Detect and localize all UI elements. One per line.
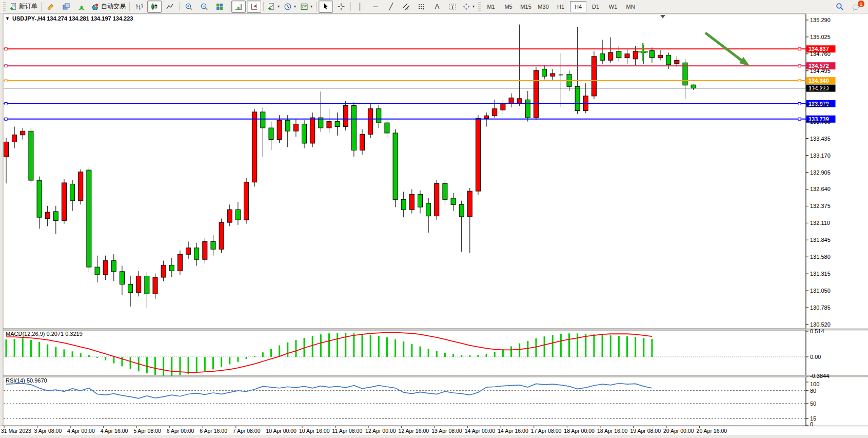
price-axis-label: 133.700 [810, 119, 831, 125]
channel-button[interactable]: E [399, 1, 413, 13]
chat-button[interactable]: 1 [848, 1, 864, 13]
timeframe-m5-button[interactable]: M5 [500, 1, 517, 12]
styler-button[interactable] [44, 1, 58, 13]
macd-axis-label: -0.3844 [810, 373, 829, 379]
candle-body [534, 70, 538, 118]
templates-button[interactable]: ▾ [299, 1, 314, 13]
candle-body [302, 124, 307, 143]
price-axis-label: 132.375 [810, 203, 831, 209]
cursor-button[interactable] [319, 1, 333, 13]
hline-button[interactable]: ─ [368, 1, 383, 13]
autotrade-button[interactable]: 自动交易 [90, 1, 127, 13]
time-axis-label: 7 Apr 08:00 [233, 428, 261, 434]
time-axis-label: 17 Apr 08:00 [531, 428, 562, 434]
fibo-button[interactable]: F [415, 1, 429, 13]
crosshair-icon [337, 3, 345, 11]
shift-icon [250, 3, 258, 11]
candle-chart-button[interactable] [147, 1, 162, 13]
line-handle[interactable] [798, 102, 801, 105]
line-handle[interactable] [798, 65, 801, 67]
pane-splitter[interactable] [3, 329, 868, 330]
candle-body [203, 241, 207, 259]
label-button[interactable]: T [445, 1, 460, 13]
time-axis-label: 20 Apr 16:00 [697, 428, 727, 434]
timeframe-h4-button[interactable]: H4 [570, 1, 586, 12]
trendline-button[interactable]: ╱ [384, 1, 398, 13]
candle-body [666, 55, 671, 65]
line-chart-button[interactable] [163, 1, 177, 13]
periods-button[interactable]: ▾ [282, 1, 298, 13]
label-icon: T [448, 3, 457, 11]
candle-body [525, 100, 530, 118]
text-button[interactable]: A [430, 1, 444, 13]
timeframe-h1-button[interactable]: H1 [553, 1, 569, 12]
line-handle[interactable] [5, 118, 7, 120]
candle-body [12, 135, 17, 142]
time-axis-label: 6 Apr 16:00 [200, 428, 227, 434]
profiles-icon [62, 3, 70, 11]
search-button[interactable] [833, 1, 847, 13]
price-axis-label: 130.520 [810, 321, 831, 328]
line-handle[interactable] [798, 80, 801, 82]
autoscroll-button[interactable] [231, 1, 246, 13]
line-handle[interactable] [798, 48, 801, 50]
line-handle[interactable] [798, 118, 801, 120]
candles-icon [150, 3, 159, 11]
chart-shift-button[interactable] [247, 1, 261, 13]
vline-button-glyph: │ [358, 3, 362, 11]
timeframe-m30-button[interactable]: M30 [535, 1, 551, 12]
svg-text:E: E [407, 7, 410, 10]
time-axis-label: 10 Apr 16:00 [299, 428, 330, 434]
price-axis-label: 131.845 [810, 237, 831, 243]
candle-body [633, 51, 638, 59]
price-axis-label: 131.315 [810, 271, 831, 277]
line-handle[interactable] [5, 48, 7, 50]
macd-pane [3, 330, 806, 375]
timeframe-m15-button[interactable]: M15 [518, 1, 534, 12]
bar-chart-button[interactable] [132, 1, 146, 13]
toolbar-separator [41, 2, 42, 11]
timeframe-w1-button[interactable]: W1 [605, 1, 621, 12]
candle-body [153, 277, 157, 294]
vline-button[interactable]: │ [353, 1, 367, 13]
candle-body [120, 272, 124, 284]
collapse-icon[interactable]: ▼ [5, 16, 10, 21]
crosshair-button[interactable] [334, 1, 348, 13]
toolbar-separator [316, 2, 317, 11]
price-axis-label: 135.025 [810, 34, 831, 40]
time-axis-label: 18 Apr 16:00 [597, 428, 628, 434]
candle-body [591, 56, 596, 96]
indicators-icon [267, 3, 275, 11]
candle-body [177, 254, 182, 271]
candle-body [600, 54, 605, 60]
tiles-icon [215, 3, 224, 11]
candle-body [244, 182, 249, 220]
price-badge-label: 134.340 [808, 78, 829, 84]
new-order-button[interactable]: 新订单 [8, 1, 39, 13]
timeframe-mn-button[interactable]: MN [622, 1, 639, 12]
price-axis-label: 133.170 [810, 153, 831, 159]
arrows-button[interactable]: ▾ [461, 1, 476, 13]
pane-splitter[interactable] [3, 375, 868, 377]
zoom-in-button[interactable] [182, 1, 196, 13]
search-icon [836, 3, 844, 11]
autotrade-icon [91, 3, 100, 11]
time-axis-label: 4 Apr 16:00 [101, 428, 128, 434]
timeframe-m1-button[interactable]: M1 [483, 1, 499, 12]
indicators-button[interactable]: ▾ [266, 1, 281, 13]
zoom-out-button[interactable] [197, 1, 211, 13]
signals-button[interactable] [74, 1, 89, 13]
profiles-button[interactable] [59, 1, 73, 13]
linechart-icon [166, 3, 174, 11]
price-axis-label: 132.905 [810, 169, 831, 176]
line-handle[interactable] [5, 65, 7, 67]
template-icon [300, 3, 308, 11]
line-handle[interactable] [5, 102, 7, 105]
tile-windows-button[interactable] [212, 1, 227, 13]
rsi-axis-label: 0 [810, 421, 813, 427]
time-axis-label: 12 Apr 16:00 [399, 428, 429, 434]
candle-body [649, 51, 654, 58]
candle-body [95, 267, 100, 275]
timeframe-d1-button[interactable]: D1 [587, 1, 604, 12]
line-handle[interactable] [5, 80, 7, 82]
